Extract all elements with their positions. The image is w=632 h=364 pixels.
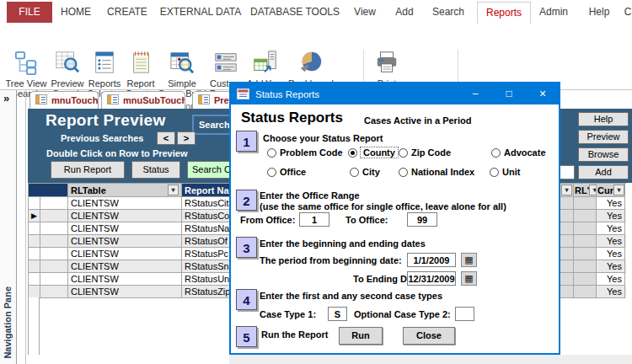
radio-circle-icon[interactable] [350, 168, 359, 177]
table-row[interactable]: CLIENTSW RStatusUn [29, 273, 230, 286]
table-row[interactable]: Yes [560, 197, 626, 210]
radio-unit[interactable]: Unit [490, 167, 520, 177]
to-office-input[interactable] [407, 212, 437, 227]
radio-office[interactable]: Office [267, 167, 306, 177]
radio-county[interactable]: County [348, 147, 398, 158]
dialog-title-bar[interactable]: Status Reports – □ × [231, 83, 559, 104]
expand-nav-pane-chevron-icon[interactable]: » [3, 92, 9, 104]
maximize-icon[interactable]: □ [500, 83, 518, 104]
rltable-cell[interactable]: CLIENTSW [68, 286, 182, 298]
rl-cell[interactable] [574, 210, 597, 222]
close-icon[interactable]: × [533, 83, 552, 104]
table-row[interactable]: CLIENTSW RStatusCit [29, 197, 230, 210]
radio-advocate[interactable]: Advocate [491, 147, 546, 158]
record-selector[interactable] [29, 273, 40, 286]
report-name-cell[interactable]: RStatusCo [182, 210, 230, 222]
rltable-cell[interactable]: CLIENTSW [68, 197, 182, 210]
rltable-cell[interactable]: CLIENTSW [68, 273, 182, 286]
tab-reports[interactable]: Reports [477, 2, 531, 24]
rl-cell[interactable] [574, 222, 597, 235]
record-selector[interactable] [29, 197, 40, 210]
record-selector[interactable] [29, 222, 40, 235]
table-row-selected[interactable]: ▶ CLIENTSW RStatusCo [29, 210, 230, 222]
tab-file[interactable]: FILE [7, 2, 52, 23]
add-button[interactable]: Add [578, 165, 629, 179]
tab-admin[interactable]: Admin [534, 2, 573, 23]
radio-circle-icon[interactable] [490, 168, 499, 177]
column-header-report-name[interactable]: Report Name [182, 184, 230, 197]
tab-view[interactable]: View [349, 2, 381, 23]
select-all-corner[interactable] [29, 184, 68, 197]
rltable-cell[interactable]: CLIENTSW [68, 210, 182, 222]
cur-cell[interactable]: Yes [597, 260, 625, 273]
report-name-cell[interactable]: RStatusZip [182, 286, 230, 298]
rl-cell[interactable] [574, 273, 597, 286]
rltable-cell[interactable]: CLIENTSW [68, 222, 182, 235]
radio-problem-code[interactable]: Problem Code [267, 147, 343, 158]
record-selector-arrow-icon[interactable]: ▶ [29, 210, 40, 222]
table-row[interactable]: Yes [560, 260, 626, 273]
radio-national-index[interactable]: National Index [399, 167, 474, 177]
tab-search[interactable]: Search [428, 2, 469, 23]
filter-chevron-icon[interactable]: ▾ [168, 185, 179, 195]
report-name-cell[interactable]: RStatusCit [182, 197, 230, 210]
from-office-input[interactable] [299, 212, 329, 227]
tab-add[interactable]: Add [391, 2, 418, 23]
help-button[interactable]: Help [578, 112, 629, 126]
table-row[interactable]: Yes [560, 222, 626, 235]
record-selector[interactable] [29, 286, 40, 298]
rltable-cell[interactable]: CLIENTSW [68, 260, 182, 273]
table-row[interactable]: Yes [560, 248, 626, 260]
cur-cell[interactable]: Yes [597, 222, 625, 235]
cur-cell[interactable]: Yes [597, 197, 625, 210]
cur-cell[interactable]: Yes [597, 248, 625, 260]
begin-date-input[interactable] [407, 253, 456, 267]
rl-cell[interactable] [574, 248, 597, 260]
begin-date-calendar-icon[interactable]: ▦ [461, 253, 477, 267]
case-type-2-input[interactable] [455, 307, 474, 321]
tab-database-tools[interactable]: DATABASE TOOLS [248, 2, 342, 23]
record-selector[interactable] [29, 248, 40, 260]
table-row[interactable]: CLIENTSW RStatusSn [29, 260, 230, 273]
doc-tab-mnusubtouch[interactable]: mnuSubTouch [101, 91, 185, 109]
table-row[interactable]: Yes [560, 286, 626, 298]
tab-partial-right[interactable]: C [622, 2, 632, 23]
radio-circle-icon[interactable] [267, 168, 276, 177]
close-button[interactable]: Close [403, 327, 455, 345]
cur-cell[interactable]: Yes [597, 273, 625, 286]
rl-cell[interactable] [574, 286, 597, 298]
table-row[interactable]: Yes [560, 273, 626, 286]
radio-circle-icon[interactable] [399, 148, 408, 158]
status-button[interactable]: Status [131, 161, 180, 179]
column-header-rltable[interactable]: RLTable ▾ [68, 184, 182, 197]
tab-home[interactable]: HOME [58, 2, 94, 23]
filter-chevron-icon[interactable]: ▾ [613, 185, 624, 195]
table-row[interactable]: CLIENTSW RStatusOf [29, 235, 230, 248]
browse-button[interactable]: Browse [578, 147, 629, 162]
rl-cell[interactable] [574, 235, 597, 248]
record-selector[interactable] [29, 260, 40, 273]
table-row[interactable]: CLIENTSW RStatusZip [29, 286, 230, 298]
report-name-cell[interactable]: RStatusPc [182, 248, 230, 260]
report-name-cell[interactable]: RStatusOf [182, 235, 230, 248]
report-name-cell[interactable]: RStatusNa [182, 222, 230, 235]
end-date-calendar-icon[interactable]: ▦ [461, 271, 477, 286]
previous-search-button[interactable]: < [157, 131, 175, 145]
radio-circle-icon[interactable] [267, 148, 276, 158]
navigation-pane-collapsed[interactable]: » Navigation Pane [0, 90, 17, 364]
cur-cell[interactable]: Yes [597, 286, 625, 298]
run-report-button[interactable]: Run Report [51, 161, 125, 179]
radio-city[interactable]: City [350, 167, 380, 177]
tab-create[interactable]: CREATE [104, 2, 150, 23]
radio-zip-code[interactable]: Zip Code [399, 147, 451, 158]
doc-tab-mnutouch[interactable]: mnuTouch [29, 91, 99, 109]
run-button[interactable]: Run [339, 327, 383, 345]
rl-cell[interactable] [574, 197, 597, 210]
next-search-button[interactable]: > [177, 131, 195, 145]
report-name-cell[interactable]: RStatusUn [182, 273, 230, 286]
rltable-cell[interactable]: CLIENTSW [68, 248, 182, 260]
filter-chevron-icon[interactable]: ▾ [589, 185, 597, 195]
tab-help[interactable]: Help [583, 2, 615, 23]
record-selector[interactable] [29, 235, 40, 248]
cur-cell[interactable]: Yes [597, 210, 625, 222]
